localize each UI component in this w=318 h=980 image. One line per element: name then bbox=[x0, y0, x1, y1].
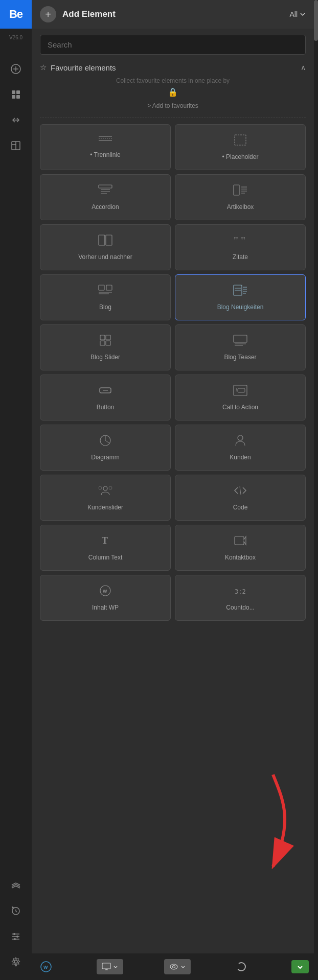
button-label: Button bbox=[97, 404, 115, 411]
code-icon bbox=[233, 484, 248, 499]
svg-rect-4 bbox=[16, 90, 20, 94]
trennlinie-label: • Trennlinie bbox=[90, 151, 121, 158]
element-vorher-nachher[interactable]: Vorher und nachher bbox=[40, 224, 171, 270]
wp-icon[interactable]: W bbox=[37, 958, 55, 976]
column-text-label: Column Text bbox=[88, 554, 122, 561]
element-placeholder[interactable]: • Placeholder bbox=[175, 124, 306, 170]
element-zitate[interactable]: " " Zitate bbox=[175, 224, 306, 270]
element-trennlinie[interactable]: • Trennlinie bbox=[40, 124, 171, 170]
svg-point-15 bbox=[13, 933, 15, 935]
blog-icon bbox=[98, 284, 113, 298]
svg-rect-5 bbox=[12, 95, 15, 99]
svg-text:3:2: 3:2 bbox=[235, 588, 246, 595]
svg-rect-37 bbox=[99, 285, 104, 290]
svg-rect-75 bbox=[102, 963, 110, 969]
svg-text:T: T bbox=[102, 535, 108, 546]
call-to-action-icon: ! bbox=[233, 384, 248, 399]
element-kontaktbox[interactable]: Kontaktbox bbox=[175, 525, 306, 571]
elements-grid: • Trennlinie • Placeholder bbox=[40, 124, 306, 621]
sidebar-icons-bottom bbox=[8, 877, 24, 970]
element-call-to-action[interactable]: ! Call to Action bbox=[175, 375, 306, 421]
svg-line-62 bbox=[105, 440, 110, 444]
svg-point-16 bbox=[16, 936, 18, 938]
svg-point-78 bbox=[170, 964, 177, 969]
preview-btn[interactable] bbox=[164, 959, 191, 974]
add-to-favourites[interactable]: > Add to favourites bbox=[40, 102, 306, 109]
element-column-text[interactable]: T Column Text bbox=[40, 525, 171, 571]
sidebar-version: V26.0 bbox=[9, 35, 22, 40]
svg-rect-23 bbox=[99, 185, 112, 188]
kontaktbox-label: Kontaktbox bbox=[225, 554, 256, 561]
blog-teaser-label: Blog Teaser bbox=[224, 354, 256, 361]
call-to-action-label: Call to Action bbox=[222, 404, 258, 411]
green-action-btn[interactable] bbox=[291, 960, 309, 973]
column-text-icon: T bbox=[98, 534, 113, 549]
sidebar-sliders-icon[interactable] bbox=[8, 928, 24, 944]
zitate-icon: " " bbox=[233, 234, 248, 248]
svg-rect-33 bbox=[106, 235, 112, 245]
element-artikelbox[interactable]: Artikelbox bbox=[175, 174, 306, 220]
section-divider bbox=[40, 118, 306, 118]
filter-dropdown[interactable]: All bbox=[289, 10, 306, 18]
button-icon bbox=[98, 384, 113, 399]
favourites-title-wrap: ☆ Favourite elements bbox=[40, 63, 116, 72]
svg-rect-6 bbox=[16, 95, 20, 99]
favourites-description: Collect favourite elements in one place … bbox=[40, 76, 306, 99]
scrollbar-thumb[interactable] bbox=[314, 0, 318, 41]
sidebar-history-icon[interactable] bbox=[8, 902, 24, 919]
element-code[interactable]: Code bbox=[175, 475, 306, 521]
placeholder-icon bbox=[233, 134, 248, 148]
element-button[interactable]: Button bbox=[40, 375, 171, 421]
sidebar-layers-icon[interactable] bbox=[8, 877, 24, 893]
element-countdown[interactable]: 3:2 Countdo... bbox=[175, 575, 306, 621]
content-area: ☆ Favourite elements ∧ Collect favourite… bbox=[32, 29, 314, 953]
search-input[interactable] bbox=[40, 35, 306, 55]
star-icon: ☆ bbox=[40, 63, 47, 72]
svg-rect-48 bbox=[100, 335, 105, 340]
favourites-title: Favourite elements bbox=[51, 63, 116, 72]
blog-teaser-icon bbox=[233, 334, 248, 348]
element-blog-neuigkeiten[interactable]: Blog Neuigkeiten bbox=[175, 274, 306, 320]
zitate-label: Zitate bbox=[233, 253, 248, 261]
sidebar-add-icon[interactable] bbox=[8, 61, 24, 77]
svg-rect-38 bbox=[106, 285, 112, 290]
element-blog-slider[interactable]: Blog Slider bbox=[40, 324, 171, 370]
svg-point-64 bbox=[103, 486, 107, 491]
svg-text:W: W bbox=[103, 589, 107, 594]
kundenslider-label: Kundenslider bbox=[87, 504, 123, 511]
countdown-icon: 3:2 bbox=[233, 585, 248, 599]
element-kunden[interactable]: Kunden bbox=[175, 425, 306, 471]
favourites-header: ☆ Favourite elements ∧ bbox=[40, 63, 306, 72]
be-logo: Be bbox=[0, 0, 32, 29]
sidebar-layout-icon[interactable] bbox=[8, 137, 24, 154]
element-inhalt-wp[interactable]: W Inhalt WP bbox=[40, 575, 171, 621]
add-element-button[interactable]: + bbox=[40, 6, 56, 22]
inhalt-wp-icon: W bbox=[98, 585, 113, 599]
sidebar-gear-icon[interactable] bbox=[8, 953, 24, 970]
element-accordion[interactable]: Accordion bbox=[40, 174, 171, 220]
kundenslider-icon bbox=[98, 484, 113, 499]
loading-spinner bbox=[232, 958, 251, 976]
element-blog-teaser[interactable]: Blog Teaser bbox=[175, 324, 306, 370]
element-blog[interactable]: Blog bbox=[40, 274, 171, 320]
placeholder-label: • Placeholder bbox=[222, 153, 259, 160]
kunden-icon bbox=[233, 434, 248, 449]
sidebar-grid-icon[interactable] bbox=[8, 86, 24, 103]
svg-rect-3 bbox=[12, 90, 15, 94]
panel-wrapper: + Add Element All ☆ Favourite elements ∧ bbox=[32, 0, 318, 980]
element-diagramm[interactable]: Diagramm bbox=[40, 425, 171, 471]
accordion-icon bbox=[98, 184, 113, 198]
svg-point-18 bbox=[14, 960, 17, 963]
scrollbar-track[interactable] bbox=[314, 0, 318, 980]
element-kundenslider[interactable]: Kundenslider bbox=[40, 475, 171, 521]
kontaktbox-icon bbox=[233, 534, 248, 549]
blog-label: Blog bbox=[99, 304, 111, 311]
code-label: Code bbox=[233, 504, 248, 511]
collapse-icon[interactable]: ∧ bbox=[301, 63, 306, 72]
svg-rect-22 bbox=[235, 135, 246, 145]
inhalt-wp-label: Inhalt WP bbox=[92, 604, 119, 611]
header-title: Add Element bbox=[62, 9, 283, 19]
svg-point-66 bbox=[109, 486, 112, 489]
sidebar-sort-icon[interactable] bbox=[8, 112, 24, 128]
desktop-view-btn[interactable] bbox=[97, 959, 123, 974]
